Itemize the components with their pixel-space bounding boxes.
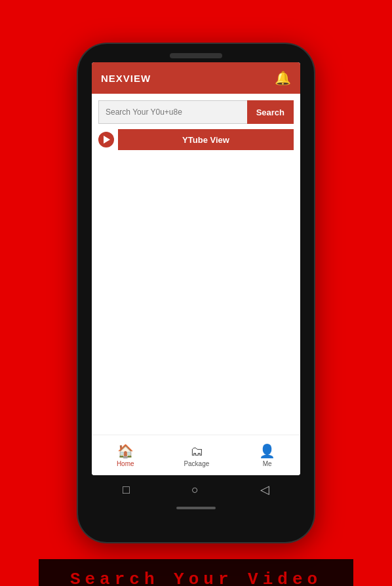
play-triangle (104, 136, 110, 144)
search-bar: Search (98, 100, 294, 124)
android-nav-bar: □ ○ ◁ (92, 475, 300, 504)
home-icon: 🏠 (117, 443, 134, 459)
content-area (92, 155, 300, 435)
android-home-btn[interactable]: ○ (191, 483, 199, 497)
nav-item-package[interactable]: 🗂 Package (184, 444, 209, 467)
android-square-btn[interactable]: □ (123, 483, 130, 497)
me-icon: 👤 (259, 443, 275, 459)
search-button[interactable]: Search (247, 100, 294, 124)
phone-home-bar (176, 507, 216, 509)
nav-item-me[interactable]: 👤 Me (259, 443, 275, 467)
nav-item-home[interactable]: 🏠 Home (117, 443, 134, 467)
phone-screen: NEXVIEW 🔔 Search YTube View 🏠 (92, 62, 300, 475)
package-icon: 🗂 (190, 444, 203, 459)
app-header: NEXVIEW 🔔 (92, 62, 300, 94)
phone-frame: NEXVIEW 🔔 Search YTube View 🏠 (78, 44, 314, 542)
nav-label-me: Me (263, 460, 272, 467)
ytube-button[interactable]: YTube View (118, 129, 294, 150)
banner-text: Search Your Video (70, 570, 322, 586)
app-title: NEXVIEW (101, 73, 151, 84)
android-back-btn[interactable]: ◁ (260, 482, 269, 497)
play-icon (98, 132, 114, 147)
bottom-nav: 🏠 Home 🗂 Package 👤 Me (92, 435, 300, 475)
ytube-row: YTube View (98, 129, 294, 150)
search-input[interactable] (98, 100, 247, 124)
bell-icon[interactable]: 🔔 (275, 70, 291, 86)
nav-label-home: Home (117, 460, 134, 467)
phone-speaker (170, 53, 222, 58)
nav-label-package: Package (184, 460, 209, 467)
